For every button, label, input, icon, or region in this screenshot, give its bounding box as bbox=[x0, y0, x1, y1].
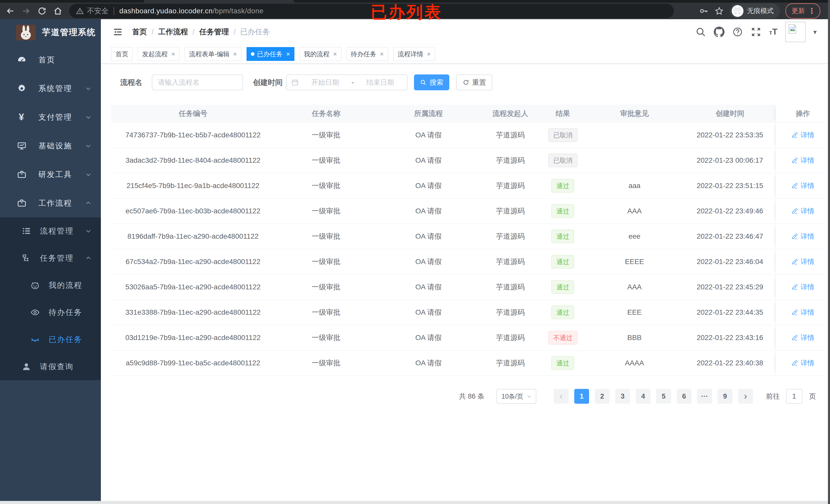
chevron-down-icon bbox=[85, 171, 92, 178]
detail-link[interactable]: 详情 bbox=[791, 181, 815, 190]
sidebar-item-task-mgmt[interactable]: 任务管理 bbox=[0, 244, 101, 272]
page-size-select[interactable]: 10条/页 bbox=[497, 389, 536, 404]
cell-result: 通过 bbox=[541, 274, 584, 300]
avatar[interactable] bbox=[785, 22, 806, 42]
table-row: 215cf4e5-7b9b-11ec-9a1b-acde48001122一级审批… bbox=[111, 173, 830, 199]
close-icon[interactable]: × bbox=[380, 51, 384, 57]
reset-button[interactable]: 重置 bbox=[456, 74, 492, 90]
goto-page-input[interactable] bbox=[786, 389, 802, 404]
close-icon[interactable]: × bbox=[171, 51, 175, 57]
tab-流程表单-编辑[interactable]: 流程表单-编辑× bbox=[185, 47, 242, 61]
detail-link[interactable]: 详情 bbox=[791, 333, 815, 342]
cell-process: OA 请假 bbox=[377, 199, 480, 224]
page-button-5[interactable]: 5 bbox=[656, 389, 671, 404]
breadcrumb-item[interactable]: 工作流程 bbox=[158, 27, 188, 37]
create-time-label: 创建时间 bbox=[253, 74, 283, 90]
close-icon[interactable]: × bbox=[233, 51, 237, 57]
url-path: /bpm/task/done bbox=[213, 7, 263, 15]
sidebar-item-workflow[interactable]: 工作流程 bbox=[0, 189, 101, 217]
process-name-input[interactable] bbox=[152, 74, 243, 90]
page-button-4[interactable]: 4 bbox=[636, 389, 650, 404]
column-header: 流程发起人 bbox=[480, 105, 541, 122]
tab-我的流程[interactable]: 我的流程× bbox=[299, 47, 341, 61]
sidebar-item-payment[interactable]: ¥支付管理 bbox=[0, 103, 101, 132]
reload-button[interactable] bbox=[35, 4, 49, 18]
sidebar-item-devtools[interactable]: 研发工具 bbox=[0, 160, 101, 189]
result-badge: 不通过 bbox=[548, 331, 578, 345]
sidebar-item-label: 系统管理 bbox=[38, 83, 72, 94]
table-header: 任务编号任务名称所属流程流程发起人结果审批意见创建时间操作 bbox=[111, 105, 830, 123]
sidebar-item-done-tasks[interactable]: 已办任务 bbox=[0, 326, 101, 353]
cell-starter: 芋道源码 bbox=[480, 199, 541, 224]
detail-link[interactable]: 详情 bbox=[791, 257, 815, 266]
search-button[interactable]: 搜索 bbox=[414, 74, 449, 90]
sidebar-item-todo-tasks[interactable]: 待办任务 bbox=[0, 299, 101, 326]
close-icon[interactable]: × bbox=[427, 51, 430, 57]
tab-流程详情[interactable]: 流程详情× bbox=[393, 47, 435, 61]
detail-link[interactable]: 详情 bbox=[791, 131, 815, 140]
breadcrumb-item[interactable]: 首页 bbox=[132, 27, 147, 37]
collapse-sidebar-icon[interactable] bbox=[112, 27, 123, 37]
browser-tab[interactable] bbox=[143, 0, 294, 3]
page-button-9[interactable]: 9 bbox=[717, 389, 732, 404]
detail-link[interactable]: 详情 bbox=[791, 206, 815, 216]
sidebar-item-my-process[interactable]: 我的流程 bbox=[0, 272, 101, 299]
edit bbox=[791, 258, 798, 265]
date-range-picker[interactable]: 开始日期 - 结束日期 bbox=[286, 74, 408, 90]
sidebar-item-leave-query[interactable]: 请假查询 bbox=[0, 353, 101, 380]
detail-link[interactable]: 详情 bbox=[791, 282, 815, 292]
cell-starter: 芋道源码 bbox=[480, 148, 541, 173]
sidebar-item-infra[interactable]: 基础设施 bbox=[0, 132, 101, 160]
cell-task-name: 一级审批 bbox=[275, 249, 377, 274]
help-icon[interactable] bbox=[732, 27, 743, 37]
chevron-up-icon bbox=[85, 254, 92, 262]
update-button[interactable]: 更新 ⋮ bbox=[786, 3, 820, 19]
more-pages-button[interactable]: ··· bbox=[697, 389, 712, 404]
page-button-3[interactable]: 3 bbox=[615, 389, 630, 404]
bookmark-star-icon[interactable] bbox=[714, 6, 724, 16]
tab-待办任务[interactable]: 待办任务× bbox=[346, 47, 388, 61]
window-right-edge bbox=[828, 0, 830, 504]
prev-page-button[interactable]: ‹ bbox=[554, 389, 569, 404]
sidebar-item-system[interactable]: 系统管理 bbox=[0, 74, 101, 103]
chevron-down-icon[interactable]: ▾ bbox=[813, 28, 817, 36]
breadcrumb-item[interactable]: 任务管理 bbox=[199, 27, 229, 37]
cell-task-name: 一级审批 bbox=[275, 224, 377, 249]
page-button-2[interactable]: 2 bbox=[595, 389, 610, 404]
cell-created: 2022-01-22 23:49:46 bbox=[684, 199, 775, 224]
sidebar-item-process-mgmt[interactable]: 流程管理 bbox=[0, 217, 101, 244]
close-icon[interactable]: × bbox=[286, 51, 290, 57]
tab-发起流程[interactable]: 发起流程× bbox=[138, 47, 180, 61]
cell-starter: 芋道源码 bbox=[480, 249, 541, 274]
detail-link[interactable]: 详情 bbox=[791, 232, 815, 241]
key-icon[interactable] bbox=[699, 6, 709, 16]
page-button-6[interactable]: 6 bbox=[677, 389, 692, 404]
edit bbox=[791, 132, 798, 138]
back-button[interactable] bbox=[4, 4, 17, 18]
sidebar-item-label: 待办任务 bbox=[49, 307, 83, 318]
top-navbar: 首页/工作流程/任务管理/已办任务 тT ▾ bbox=[101, 19, 830, 45]
tab-label: 待办任务 bbox=[351, 50, 376, 58]
cell-task-name: 一级审批 bbox=[275, 148, 377, 173]
next-page-button[interactable]: › bbox=[738, 389, 753, 404]
browser-menu-icon[interactable]: ⋮ bbox=[808, 7, 816, 15]
detail-link[interactable]: 详情 bbox=[791, 308, 815, 317]
fullscreen-icon[interactable] bbox=[751, 27, 761, 37]
home-button[interactable] bbox=[51, 4, 65, 18]
github-icon[interactable] bbox=[714, 27, 725, 37]
sidebar-logo-row[interactable]: 芋道管理系统 bbox=[0, 19, 101, 45]
sidebar-item-home[interactable]: 首页 bbox=[0, 45, 101, 74]
close-icon[interactable]: × bbox=[333, 51, 337, 57]
detail-link[interactable]: 详情 bbox=[791, 156, 815, 165]
tab-已办任务[interactable]: 已办任务× bbox=[247, 47, 294, 61]
forward-button[interactable] bbox=[20, 4, 33, 18]
cell-actions: 详情 bbox=[775, 173, 830, 198]
font-size-icon[interactable]: тT bbox=[769, 26, 777, 38]
tab-首页[interactable]: 首页 bbox=[111, 47, 133, 61]
page-button-1[interactable]: 1 bbox=[574, 389, 589, 404]
search-icon[interactable] bbox=[695, 27, 706, 37]
detail-link[interactable]: 详情 bbox=[791, 359, 815, 368]
cell-process: OA 请假 bbox=[377, 123, 480, 147]
calendar-icon bbox=[291, 78, 299, 86]
result-badge: 通过 bbox=[551, 230, 574, 243]
